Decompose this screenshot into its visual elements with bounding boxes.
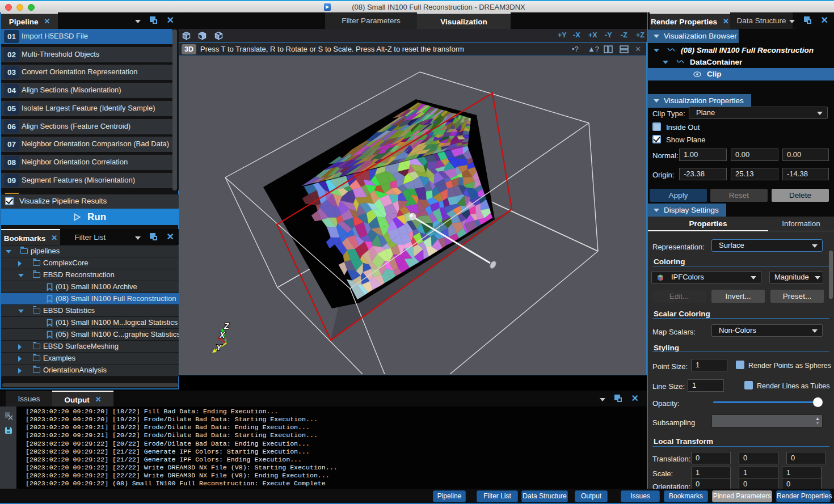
svg-text:Z: Z (224, 321, 229, 331)
svg-text:X: X (219, 331, 226, 340)
